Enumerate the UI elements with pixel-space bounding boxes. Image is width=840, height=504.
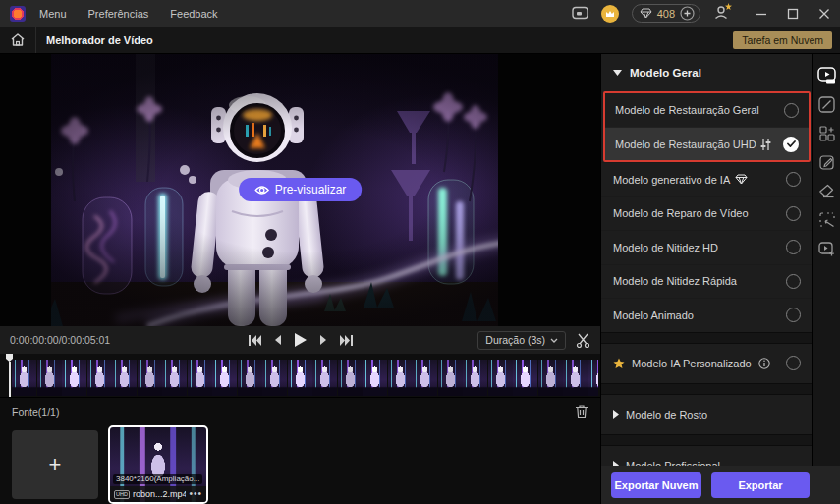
scissors-icon	[576, 333, 590, 348]
model-row-nitidez-hd[interactable]: Modelo de Nitidez HD	[601, 230, 812, 264]
tool-batch-add[interactable]	[813, 119, 840, 148]
play-button[interactable]	[295, 333, 307, 347]
model-group-profissional[interactable]: Modelo Profissional	[601, 446, 812, 467]
credits-counter[interactable]: 408	[632, 4, 700, 23]
filmstrip-frame[interactable]	[262, 360, 287, 396]
export-bar: Exportar Nuvem Exportar	[601, 466, 840, 504]
tool-add-video[interactable]	[813, 235, 840, 264]
filmstrip-frame[interactable]	[288, 360, 312, 396]
filmstrip-frame[interactable]	[312, 360, 337, 396]
model-label: Modelo de Restauração UHD	[615, 139, 756, 150]
radio-unchecked-icon[interactable]	[786, 172, 801, 187]
tool-video-enhancer-uhd[interactable]: UHD	[813, 61, 840, 90]
next-frame-button[interactable]	[319, 335, 327, 345]
video-preview: Pre-visualizar	[0, 54, 600, 326]
filmstrip-frame[interactable]	[162, 360, 187, 396]
model-row-restauracao-geral[interactable]: Modelo de Restauração Geral	[605, 93, 809, 127]
cloud-task-button[interactable]: Tarefa em Nuvem	[733, 31, 832, 49]
filmstrip-frame[interactable]	[188, 360, 212, 396]
filmstrip-frame[interactable]	[588, 360, 599, 396]
filmstrip-frame[interactable]	[413, 360, 437, 396]
radio-unchecked-icon[interactable]	[784, 103, 799, 118]
preferences-button[interactable]: Preferências	[88, 8, 149, 20]
model-label: Modelo de Reparo de Vídeo	[613, 207, 749, 219]
model-group-rosto[interactable]: Modelo de Rosto	[601, 395, 812, 434]
screencast-icon[interactable]	[572, 6, 588, 22]
filmstrip-frame[interactable]	[463, 360, 487, 396]
filmstrip-frame[interactable]	[238, 360, 262, 396]
vip-avatar-icon[interactable]	[601, 5, 619, 23]
model-group-general[interactable]: Modelo Geral	[601, 54, 812, 91]
title-bar: Menu Preferências Feedback 408	[0, 0, 840, 27]
eye-icon	[254, 185, 269, 196]
caret-down-icon	[613, 70, 622, 76]
filmstrip-frame[interactable]	[363, 360, 387, 396]
radio-unchecked-icon[interactable]	[786, 308, 801, 322]
radio-unchecked-icon[interactable]	[786, 274, 801, 289]
tool-frame-interpolation[interactable]	[813, 90, 840, 120]
model-label: Modelo de Nitidez Rápida	[613, 275, 737, 287]
model-row-animado[interactable]: Modelo Animado	[601, 298, 812, 332]
filmstrip-frame[interactable]	[212, 360, 237, 396]
radio-unchecked-icon[interactable]	[786, 240, 801, 254]
filmstrip-frame[interactable]	[438, 360, 463, 396]
filmstrip-frame[interactable]	[138, 360, 162, 396]
source-video-tile[interactable]: 3840*2160(Ampliação... UHD robon...2.mp4…	[108, 425, 208, 504]
add-source-button[interactable]: +	[12, 430, 98, 499]
filmstrip-frame[interactable]	[488, 360, 513, 396]
prev-frame-button[interactable]	[274, 335, 282, 345]
filmstrip-frame[interactable]	[112, 360, 137, 396]
filmstrip[interactable]	[0, 354, 600, 397]
app-window: Menu Preferências Feedback 408	[0, 0, 840, 504]
filmstrip-frame[interactable]	[37, 360, 62, 396]
delete-button[interactable]	[575, 404, 588, 419]
model-row-restauracao-uhd[interactable]: Modelo de Restauração UHD	[605, 127, 809, 160]
filmstrip-frame[interactable]	[338, 360, 363, 396]
menu-button[interactable]: Menu	[39, 8, 67, 20]
filmstrip-frame[interactable]	[513, 360, 537, 396]
model-row-nitidez-rapida[interactable]: Modelo de Nitidez Rápida	[601, 264, 812, 299]
tab-bar: Melhorador de Vídeo Tarefa em Nuvem	[0, 27, 840, 54]
export-button[interactable]: Exportar	[711, 472, 810, 498]
model-row-ia-personalizado[interactable]: Modelo IA Personalizado	[601, 344, 812, 383]
playhead[interactable]	[6, 354, 15, 397]
radio-unchecked-icon[interactable]	[786, 356, 801, 370]
tool-magic-select[interactable]	[813, 206, 840, 236]
feedback-button[interactable]: Feedback	[170, 8, 217, 20]
credits-value: 408	[657, 8, 675, 20]
filmstrip-frame[interactable]	[563, 360, 588, 396]
filmstrip-frame[interactable]	[87, 360, 112, 396]
radio-unchecked-icon[interactable]	[786, 206, 801, 221]
filmstrip-frame[interactable]	[12, 360, 36, 396]
filmstrip-frame[interactable]	[388, 360, 413, 396]
filmstrip-frame[interactable]	[62, 360, 86, 396]
skip-start-button[interactable]	[249, 335, 261, 346]
maximize-button[interactable]	[787, 8, 799, 20]
add-credits-icon[interactable]	[680, 6, 695, 21]
cut-button[interactable]	[576, 333, 590, 348]
skip-end-button[interactable]	[340, 335, 353, 346]
app-logo-icon	[10, 6, 26, 22]
model-label: Modelo de Restauração Geral	[615, 104, 759, 116]
source-panel: Fonte(1/1) + 3840*2160(Ampliação... UHD …	[0, 397, 600, 504]
close-button[interactable]	[818, 8, 830, 20]
filmstrip-frame[interactable]	[538, 360, 563, 396]
home-button[interactable]	[0, 27, 36, 53]
model-row-reparo-video[interactable]: Modelo de Reparo de Vídeo	[601, 196, 812, 231]
resolution-tag: 3840*2160(Ampliação...	[113, 474, 202, 484]
info-icon[interactable]	[758, 358, 770, 369]
tool-edit[interactable]	[813, 148, 840, 178]
account-icon[interactable]	[713, 5, 729, 22]
model-group-label: Modelo de Rosto	[626, 409, 707, 420]
model-settings-sliders-icon[interactable]	[758, 138, 773, 151]
radio-checked-icon[interactable]	[783, 137, 799, 152]
tool-eraser[interactable]	[813, 177, 840, 206]
model-row-generativo-ia[interactable]: Modelo generativo de IA	[601, 162, 812, 196]
duration-dropdown[interactable]: Duração (3s)	[477, 331, 566, 350]
preview-button[interactable]: Pre-visualizar	[239, 178, 363, 201]
model-label: Modelo IA Personalizado	[632, 358, 752, 369]
tile-more-button[interactable]: •••	[189, 491, 202, 497]
minimize-button[interactable]	[756, 8, 767, 20]
export-cloud-button[interactable]: Exportar Nuvem	[611, 472, 701, 498]
section-divider	[601, 383, 812, 395]
